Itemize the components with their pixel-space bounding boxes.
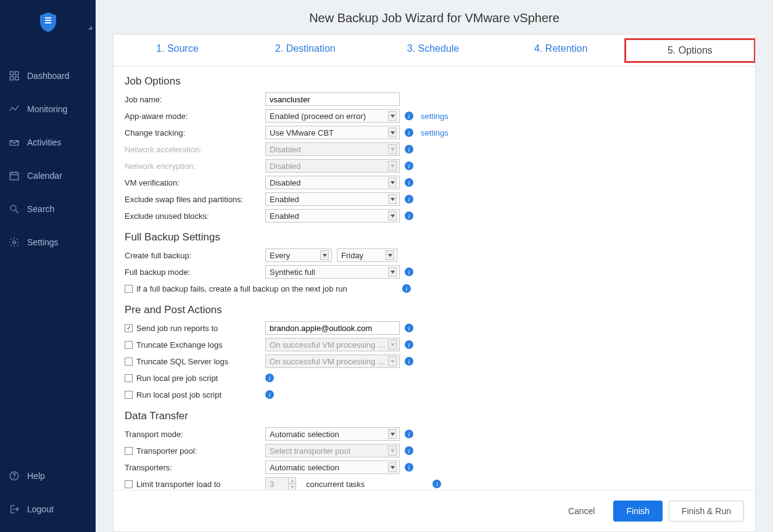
section-full-backup: Full Backup Settings bbox=[125, 231, 744, 243]
sidebar-item-label: Search bbox=[27, 204, 54, 214]
stepper-buttons bbox=[288, 478, 296, 490]
label-exclude-unused: Exclude unused blocks: bbox=[125, 211, 265, 221]
info-icon[interactable]: i bbox=[405, 112, 413, 120]
network-acceleration-select: Disabled bbox=[265, 142, 400, 156]
info-icon[interactable]: i bbox=[265, 374, 274, 382]
tab-options[interactable]: 5. Options bbox=[624, 38, 756, 63]
network-encryption-select: Disabled bbox=[265, 159, 400, 173]
full-fail-checkbox[interactable] bbox=[125, 285, 133, 293]
label-app-aware: App-aware mode: bbox=[125, 112, 265, 121]
svg-point-11 bbox=[10, 205, 16, 211]
trunc-exch-row: Truncate Exchange logs bbox=[125, 340, 265, 350]
trunc-exch-select: On successful VM processing only bbox=[265, 338, 400, 351]
run-pre-checkbox[interactable] bbox=[125, 374, 133, 382]
transporters-select[interactable]: Automatic selection bbox=[265, 460, 400, 474]
sidebar-item-settings[interactable]: Settings bbox=[0, 226, 96, 259]
sidebar-item-dashboard[interactable]: Dashboard bbox=[0, 59, 96, 92]
shield-icon bbox=[39, 11, 57, 33]
sidebar-item-label: Settings bbox=[27, 237, 59, 247]
create-full-every-select[interactable]: Every bbox=[265, 248, 332, 262]
transport-mode-select[interactable]: Automatic selection bbox=[265, 427, 400, 441]
create-full-day-select[interactable]: Friday bbox=[337, 248, 397, 262]
trunc-sql-checkbox[interactable] bbox=[125, 358, 133, 366]
send-reports-row: Send job run reports to bbox=[125, 324, 265, 333]
footer: Cancel Finish Finish & Run bbox=[114, 490, 755, 531]
cancel-button[interactable]: Cancel bbox=[556, 501, 608, 522]
info-icon[interactable]: i bbox=[405, 128, 413, 137]
chevron-down-icon bbox=[289, 484, 296, 490]
chevron-down-icon bbox=[388, 462, 397, 472]
search-icon bbox=[9, 203, 20, 215]
exclude-swap-select[interactable]: Enabled bbox=[265, 192, 400, 206]
svg-rect-3 bbox=[10, 72, 13, 75]
exclude-unused-select[interactable]: Enabled bbox=[265, 209, 400, 223]
info-icon[interactable]: i bbox=[405, 446, 413, 455]
info-icon[interactable]: i bbox=[405, 463, 413, 472]
sidebar-item-help[interactable]: Help bbox=[0, 459, 96, 493]
dashboard-icon bbox=[9, 70, 20, 81]
info-icon[interactable]: i bbox=[405, 357, 413, 366]
info-icon[interactable]: i bbox=[405, 324, 413, 332]
label-exclude-swap: Exclude swap files and partitions: bbox=[125, 195, 265, 204]
chevron-down-icon bbox=[388, 267, 397, 277]
send-reports-checkbox[interactable] bbox=[125, 324, 133, 332]
run-post-checkbox[interactable] bbox=[125, 391, 133, 399]
label-trunc-exch: Truncate Exchange logs bbox=[136, 340, 223, 350]
info-icon[interactable]: i bbox=[405, 211, 413, 220]
tab-schedule[interactable]: 3. Schedule bbox=[369, 35, 497, 66]
info-icon[interactable]: i bbox=[405, 162, 413, 170]
chevron-down-icon bbox=[320, 250, 329, 260]
section-data-transfer: Data Transfer bbox=[125, 410, 744, 422]
chevron-down-icon bbox=[388, 194, 397, 204]
finish-run-button[interactable]: Finish & Run bbox=[669, 501, 744, 522]
app-aware-select[interactable]: Enabled (proceed on error) bbox=[265, 109, 400, 123]
svg-line-12 bbox=[15, 210, 19, 213]
info-icon[interactable]: i bbox=[402, 284, 411, 293]
job-name-input[interactable] bbox=[265, 92, 400, 106]
sidebar-item-activities[interactable]: Activities bbox=[0, 126, 96, 159]
chevron-down-icon bbox=[388, 111, 397, 121]
tab-destination[interactable]: 2. Destination bbox=[241, 35, 369, 66]
chevron-down-icon bbox=[388, 161, 397, 171]
label-trunc-sql: Truncate SQL Server logs bbox=[136, 357, 228, 366]
run-pre-row: Run local pre job script bbox=[125, 374, 265, 383]
reports-email-input[interactable] bbox=[265, 321, 400, 335]
sidebar-item-calendar[interactable]: Calendar bbox=[0, 159, 96, 192]
sidebar-item-search[interactable]: Search bbox=[0, 192, 96, 226]
full-mode-select[interactable]: Synthetic full bbox=[265, 265, 400, 279]
svg-point-13 bbox=[13, 241, 16, 244]
info-icon[interactable]: i bbox=[432, 480, 441, 488]
info-icon[interactable]: i bbox=[405, 195, 413, 203]
info-icon[interactable]: i bbox=[405, 430, 413, 438]
activities-icon bbox=[9, 137, 20, 148]
label-transporters: Transporters: bbox=[125, 463, 265, 472]
info-icon[interactable]: i bbox=[405, 268, 413, 276]
transporter-pool-select: Select transporter pool bbox=[265, 444, 400, 457]
info-icon[interactable]: i bbox=[265, 390, 274, 399]
limit-load-checkbox[interactable] bbox=[125, 480, 133, 488]
trunc-sql-row: Truncate SQL Server logs bbox=[125, 357, 265, 366]
expand-icon[interactable]: ◢ bbox=[88, 25, 92, 30]
wizard-tabs: 1. Source 2. Destination 3. Schedule 4. … bbox=[114, 35, 755, 67]
label-send-reports: Send job run reports to bbox=[136, 324, 218, 333]
label-transport-mode: Transport mode: bbox=[125, 430, 265, 439]
tab-retention[interactable]: 4. Retention bbox=[497, 35, 625, 66]
info-icon[interactable]: i bbox=[405, 178, 413, 187]
vm-verification-select[interactable]: Disabled bbox=[265, 176, 400, 189]
app-aware-settings-link[interactable]: settings bbox=[421, 112, 449, 121]
tab-source[interactable]: 1. Source bbox=[114, 35, 241, 66]
change-tracking-settings-link[interactable]: settings bbox=[421, 128, 449, 137]
trunc-exch-checkbox[interactable] bbox=[125, 341, 133, 349]
transporter-pool-checkbox[interactable] bbox=[125, 447, 133, 455]
sidebar-item-monitoring[interactable]: Monitoring bbox=[0, 92, 96, 126]
label-vm-verification: VM verification: bbox=[125, 178, 265, 187]
info-icon[interactable]: i bbox=[405, 145, 413, 153]
svg-rect-2 bbox=[45, 22, 51, 23]
chevron-up-icon bbox=[289, 478, 296, 484]
chevron-down-icon bbox=[388, 211, 397, 221]
change-tracking-select[interactable]: Use VMware CBT bbox=[265, 126, 400, 139]
calendar-icon bbox=[9, 170, 20, 181]
info-icon[interactable]: i bbox=[405, 340, 413, 349]
sidebar-item-logout[interactable]: Logout bbox=[0, 493, 96, 526]
finish-button[interactable]: Finish bbox=[613, 501, 662, 522]
